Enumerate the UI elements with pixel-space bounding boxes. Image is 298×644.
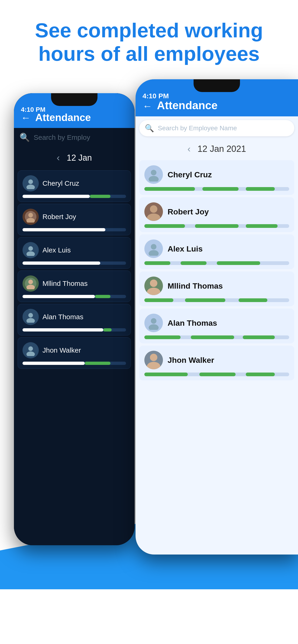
header-title-right: Attendance — [157, 99, 217, 112]
svg-point-24 — [151, 318, 156, 324]
screen-right: 4:10 PM ← Attendance 🔍 Search by Employe… — [136, 79, 298, 554]
employee-name: Jhon Walker — [43, 346, 81, 354]
search-bar-right[interactable]: 🔍 Search by Employee Name — [139, 120, 294, 136]
progress-bar — [23, 262, 126, 265]
svg-point-13 — [27, 352, 35, 356]
screen-left: 4:10 PM ← Attendance 🔍 Search by Employ … — [14, 93, 135, 545]
progress-bar — [144, 187, 289, 191]
svg-point-15 — [149, 176, 159, 182]
svg-point-0 — [28, 180, 33, 184]
progress-bar — [144, 298, 289, 302]
employee-name: Mllind Thomas — [168, 282, 223, 290]
prev-date-left[interactable]: ‹ — [57, 152, 60, 163]
search-placeholder-right: Search by Employee Name — [158, 124, 237, 132]
employee-name: Cheryl Cruz — [168, 170, 212, 179]
employee-name: Alex Luis — [43, 246, 71, 254]
avatar — [144, 351, 163, 369]
list-item[interactable]: Alex Luis — [139, 234, 294, 269]
avatar — [144, 202, 163, 221]
list-item[interactable]: Cheryl Cruz — [139, 160, 294, 195]
employee-name: Alan Thomas — [43, 313, 83, 321]
svg-point-10 — [28, 313, 33, 318]
svg-point-25 — [149, 324, 159, 330]
list-item[interactable]: Robert Joy — [139, 197, 294, 232]
svg-point-5 — [28, 246, 33, 251]
search-placeholder-left: Search by Employ — [34, 134, 90, 142]
employee-name: Cheryl Cruz — [43, 180, 79, 187]
list-item[interactable]: Alan Thomas — [18, 304, 131, 336]
svg-point-11 — [27, 318, 35, 323]
svg-point-12 — [28, 346, 33, 351]
employee-name: Mllind Thomas — [43, 280, 88, 288]
progress-bar — [144, 261, 289, 265]
avatar — [23, 175, 39, 192]
phone-left: 4:10 PM ← Attendance 🔍 Search by Employ … — [14, 93, 135, 545]
svg-point-22 — [150, 280, 157, 287]
back-arrow-right[interactable]: ← — [143, 100, 152, 112]
date-nav-right: ‹ 12 Jan 2021 — [136, 140, 298, 158]
search-bar-left[interactable]: 🔍 Search by Employ — [14, 128, 135, 147]
svg-point-3 — [28, 213, 33, 218]
page-wrapper: See completed working hours of all emplo… — [0, 0, 298, 644]
avatar — [23, 209, 39, 225]
svg-point-1 — [27, 184, 35, 189]
employee-name: Alex Luis — [168, 244, 203, 254]
avatar — [23, 242, 39, 258]
list-item[interactable]: Alan Thomas — [139, 308, 294, 343]
prev-date-right[interactable]: ‹ — [187, 144, 191, 154]
status-bar-left: 4:10 PM — [21, 106, 46, 113]
list-item[interactable]: Mllind Thomas — [18, 270, 131, 302]
progress-bar — [23, 328, 126, 332]
phones-container: 4:10 PM ← Attendance 🔍 Search by Employ … — [0, 79, 298, 589]
date-label-left: 12 Jan — [67, 153, 92, 163]
employee-list-left: Cheryl Cruz — [14, 170, 135, 369]
date-nav-left: ‹ 12 Jan — [14, 147, 135, 168]
progress-bar — [23, 362, 126, 365]
phone-right: 4:10 PM ← Attendance 🔍 Search by Employe… — [136, 79, 298, 554]
avatar — [23, 309, 39, 325]
svg-point-20 — [149, 250, 159, 256]
back-arrow-left[interactable]: ← — [21, 112, 31, 123]
progress-bar — [144, 372, 289, 376]
avatar — [144, 314, 163, 332]
date-label-right: 12 Jan 2021 — [197, 144, 246, 154]
progress-bar — [144, 336, 289, 339]
employee-name: Jhon Walker — [168, 356, 214, 365]
notch-right — [194, 79, 240, 92]
avatar — [144, 276, 163, 295]
avatar — [23, 342, 39, 358]
avatar — [144, 240, 163, 258]
employee-name: Robert Joy — [168, 207, 209, 216]
svg-point-27 — [150, 354, 157, 361]
search-icon-right: 🔍 — [145, 124, 154, 132]
list-item[interactable]: Jhon Walker — [139, 346, 294, 380]
list-item[interactable]: Mllind Thomas — [139, 272, 294, 306]
notch-left — [51, 93, 98, 106]
list-item[interactable]: Robert Joy — [18, 204, 131, 235]
svg-point-19 — [151, 244, 156, 250]
employee-list-right: Cheryl Cruz — [136, 160, 298, 380]
list-item[interactable]: Cheryl Cruz — [18, 170, 131, 202]
header-title-left: Attendance — [35, 112, 91, 123]
progress-bar — [23, 228, 126, 231]
search-icon-left: 🔍 — [20, 132, 30, 142]
svg-point-8 — [28, 280, 33, 284]
hero-title: See completed working hours of all emplo… — [0, 0, 298, 79]
svg-point-6 — [27, 251, 35, 256]
svg-point-14 — [151, 170, 156, 176]
employee-name: Robert Joy — [43, 213, 76, 221]
progress-bar — [23, 195, 126, 198]
avatar — [23, 276, 39, 292]
employee-name: Alan Thomas — [168, 318, 217, 328]
list-item[interactable]: Jhon Walker — [18, 337, 131, 369]
avatar — [144, 165, 163, 184]
progress-bar — [144, 224, 289, 228]
progress-bar — [23, 295, 126, 298]
status-bar-right: 4:10 PM — [143, 92, 169, 100]
svg-point-17 — [150, 206, 157, 213]
list-item[interactable]: Alex Luis — [18, 237, 131, 269]
